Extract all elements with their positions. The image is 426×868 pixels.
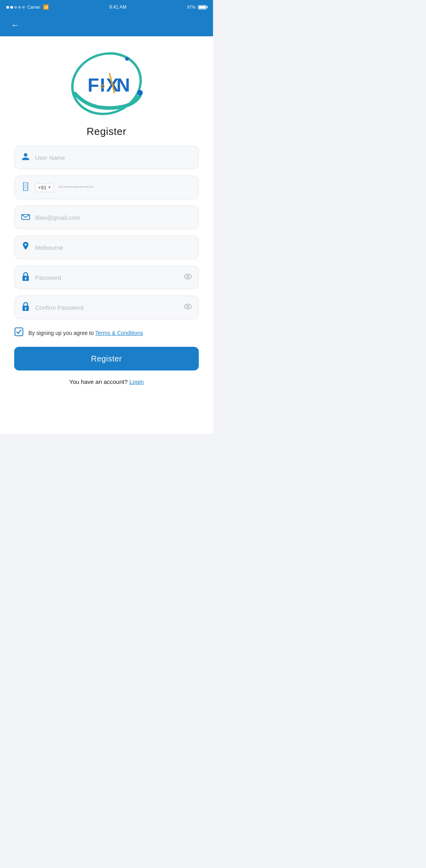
- terms-row: By signing up you agree to Terms & Condi…: [14, 327, 199, 339]
- login-prompt: You have an account?: [69, 378, 129, 385]
- logo-container: FIX N: [67, 48, 146, 119]
- phone-code-selector[interactable]: +91 ▼: [35, 183, 54, 192]
- svg-point-20: [187, 305, 189, 307]
- terms-checkbox[interactable]: [14, 327, 24, 339]
- location-icon: [21, 242, 30, 253]
- svg-point-14: [184, 274, 191, 279]
- username-input[interactable]: [35, 154, 192, 161]
- location-field-container: [14, 236, 199, 259]
- svg-point-9: [25, 189, 26, 190]
- phone-icon: [21, 182, 30, 193]
- main-content: FIX N Register +91 ▼: [0, 36, 213, 434]
- signal-dot-1: [6, 6, 9, 9]
- fixin-logo: FIX N: [67, 50, 146, 117]
- login-row: You have an account? Login: [69, 378, 144, 385]
- register-button[interactable]: Register: [14, 347, 199, 370]
- username-field-container: [14, 146, 199, 169]
- carrier-label: Carrier: [27, 5, 41, 9]
- confirm-password-visibility-toggle[interactable]: [183, 303, 192, 312]
- signal-dots: [6, 6, 25, 9]
- battery-icon: [198, 5, 207, 9]
- signal-dot-5: [22, 6, 25, 9]
- confirm-password-field-container: [14, 296, 199, 319]
- email-icon: [21, 213, 30, 222]
- svg-text:N: N: [116, 75, 131, 95]
- email-input[interactable]: [35, 214, 192, 221]
- signal-dot-3: [14, 6, 17, 9]
- phone-code-value: +91: [38, 185, 47, 191]
- phone-field-container: +91 ▼: [14, 176, 199, 199]
- email-field-container: [14, 206, 199, 229]
- nav-bar: ←: [0, 14, 213, 36]
- terms-prefix: By signing up you agree to: [28, 330, 95, 336]
- status-left: Carrier 📶: [6, 4, 49, 10]
- svg-point-2: [125, 57, 129, 61]
- battery-percent: 97%: [187, 5, 196, 9]
- status-right: 97%: [187, 5, 207, 9]
- location-input[interactable]: [35, 244, 192, 251]
- dropdown-arrow-icon: ▼: [48, 185, 51, 189]
- lock-icon: [21, 272, 30, 283]
- register-title: Register: [87, 125, 127, 138]
- wifi-icon: 📶: [43, 4, 49, 10]
- password-input[interactable]: [35, 274, 179, 281]
- svg-point-1: [137, 90, 143, 95]
- status-bar: Carrier 📶 9:41 AM 97%: [0, 0, 213, 14]
- user-icon: [21, 152, 30, 163]
- terms-link[interactable]: Terms & Conditions: [95, 330, 143, 336]
- phone-input[interactable]: [59, 184, 192, 191]
- svg-point-17: [25, 307, 26, 309]
- login-link[interactable]: Login: [129, 378, 144, 385]
- signal-dot-4: [18, 6, 21, 9]
- svg-point-15: [187, 275, 189, 277]
- svg-point-12: [25, 277, 26, 279]
- confirm-lock-icon: [21, 302, 30, 313]
- password-visibility-toggle[interactable]: [183, 273, 192, 282]
- confirm-password-input[interactable]: [35, 304, 179, 311]
- back-button[interactable]: ←: [8, 19, 23, 32]
- status-time: 9:41 AM: [109, 4, 127, 10]
- signal-dot-2: [10, 6, 13, 9]
- terms-text: By signing up you agree to Terms & Condi…: [28, 330, 143, 336]
- svg-point-19: [184, 304, 191, 309]
- svg-rect-8: [24, 183, 27, 189]
- password-field-container: [14, 266, 199, 289]
